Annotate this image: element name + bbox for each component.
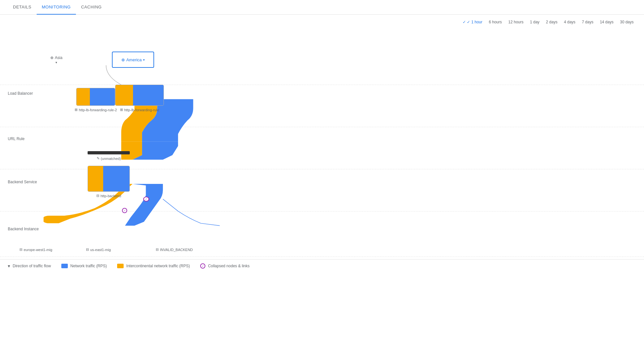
time-7days[interactable]: 7 days [579, 18, 596, 26]
collapsed-icon: ✓ [200, 263, 205, 269]
svg-text:✓: ✓ [145, 198, 148, 200]
globe-icon: ⊕ [50, 55, 54, 60]
time-4days[interactable]: 4 days [561, 18, 578, 26]
america-chevron: ▾ [143, 58, 145, 62]
lb-rule-label: ⊞ http-lb-forwarding-rule [120, 108, 159, 112]
divider-instance [0, 211, 644, 211]
asia-label: Asia [55, 55, 62, 60]
lb-rule2-node[interactable]: ⊞ http-lb-forwarding-rule-2 [75, 88, 117, 112]
server-icon-europe: ⊟ [19, 247, 22, 252]
server-icon: ⊟ [96, 194, 99, 198]
label-backend-instance: Backend Instance [8, 227, 39, 231]
globe-icon-america: ⊕ [121, 57, 125, 62]
time-2days[interactable]: 2 days [543, 18, 560, 26]
legend-direction: ▾ Direction of traffic flow [8, 263, 51, 269]
divider-url [0, 127, 644, 127]
legend-intercontinental: Intercontinental network traffic (RPS) [117, 264, 190, 268]
us-east1-label: ⊟ us-east1-mig [86, 247, 111, 252]
invalid-backend-node[interactable]: ⊟ INVALID_BACKEND [156, 246, 193, 252]
backend-service-node[interactable]: ⊟ http-backend [88, 166, 130, 198]
label-load-balancer: Load Balancer [8, 91, 33, 96]
invalid-backend-label: ⊟ INVALID_BACKEND [156, 247, 193, 252]
time-12hours[interactable]: 12 hours [506, 18, 526, 26]
label-url-rule: URL Rule [8, 137, 25, 141]
divider-bottom [0, 257, 644, 257]
europe-west1-label: ⊟ europe-west1-mig [19, 247, 52, 252]
status-dot: ✓ [122, 208, 127, 213]
intercontinental-color [117, 264, 124, 268]
time-1hour[interactable]: ✓ 1 hour [460, 18, 485, 26]
lb-rule-node[interactable]: ⊞ http-lb-forwarding-rule [115, 85, 164, 112]
backend-service-label: ⊟ http-backend [96, 194, 121, 198]
time-30days[interactable]: 30 days [617, 18, 636, 26]
tab-bar: DETAILS MONITORING CACHING [0, 0, 644, 15]
tab-details[interactable]: DETAILS [8, 0, 37, 15]
server-icon-invalid: ⊟ [156, 247, 159, 252]
network-color [61, 264, 68, 268]
svg-point-0 [144, 197, 149, 201]
legend-collapsed-label: Collapsed nodes & links [208, 264, 249, 268]
url-rule-label: ✎ (unmatched) [97, 156, 121, 161]
pencil-icon: ✎ [97, 156, 100, 161]
lb-icon: ⊞ [75, 108, 78, 112]
time-1day[interactable]: 1 day [528, 18, 542, 26]
legend-bar: ▾ Direction of traffic flow Network traf… [0, 259, 644, 272]
url-rule-node[interactable]: ✎ (unmatched) [88, 151, 130, 161]
tab-caching[interactable]: CACHING [76, 0, 107, 15]
time-6hours[interactable]: 6 hours [486, 18, 504, 26]
legend-collapsed: ✓ Collapsed nodes & links [200, 263, 249, 269]
us-east1-node[interactable]: ⊟ us-east1-mig [86, 246, 111, 252]
divider-lb [0, 85, 644, 85]
legend-network: Network traffic (RPS) [61, 264, 107, 268]
tab-monitoring[interactable]: MONITORING [37, 0, 76, 15]
time-14days[interactable]: 14 days [597, 18, 616, 26]
server-icon-us: ⊟ [86, 247, 89, 252]
america-label: America [126, 57, 142, 62]
arrow-icon: ▾ [8, 263, 10, 269]
asia-chevron: ▾ [55, 61, 57, 64]
time-selector: ✓ 1 hour 6 hours 12 hours 1 day 2 days 4… [0, 15, 644, 30]
asia-node[interactable]: ⊕ Asia ▾ [50, 55, 62, 64]
legend-direction-label: Direction of traffic flow [13, 264, 51, 268]
lb-rule2-label: ⊞ http-lb-forwarding-rule-2 [75, 108, 117, 112]
legend-intercontinental-label: Intercontinental network traffic (RPS) [126, 264, 190, 268]
lb-icon2: ⊞ [120, 108, 123, 112]
legend-network-label: Network traffic (RPS) [70, 264, 107, 268]
america-node[interactable]: ⊕ America ▾ [112, 52, 154, 68]
europe-west1-node[interactable]: ⊟ europe-west1-mig [19, 246, 52, 252]
label-backend-service: Backend Service [8, 180, 37, 184]
diagram-area: Load Balancer URL Rule Backend Service B… [0, 30, 644, 257]
flow-svg: ✓ [0, 30, 644, 257]
